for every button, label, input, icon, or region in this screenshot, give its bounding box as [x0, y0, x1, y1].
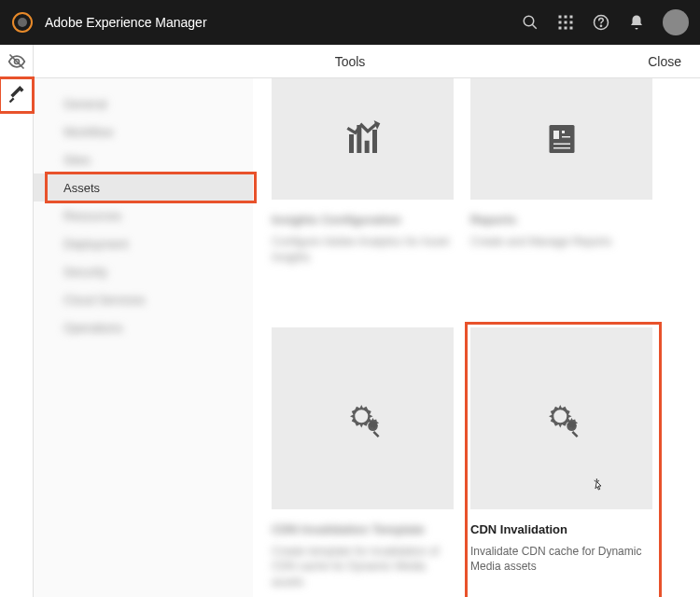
card-desc: Create template for invalidation of CDN …	[272, 544, 454, 590]
header-bar: Adobe Experience Manager	[0, 0, 700, 45]
card-insights-configuration[interactable]: Insights Configuration Configure Adobe A…	[272, 78, 454, 266]
nav-item-assets[interactable]: Assets	[34, 174, 253, 201]
cursor-icon	[592, 477, 607, 492]
content-area: Insights Configuration Configure Adobe A…	[253, 78, 700, 597]
avatar[interactable]	[663, 9, 689, 35]
header-actions	[521, 9, 689, 35]
nav-item-security[interactable]: Security	[34, 257, 253, 285]
svg-rect-3	[565, 16, 567, 19]
apps-icon[interactable]	[556, 13, 575, 32]
nav-item-general[interactable]: General	[34, 90, 253, 118]
svg-rect-2	[559, 16, 562, 19]
svg-rect-10	[570, 27, 573, 30]
svg-rect-6	[565, 21, 567, 24]
card-tile	[272, 327, 454, 509]
card-reports[interactable]: Reports Create and Manage Reports	[470, 78, 652, 266]
brand-title: Adobe Experience Manager	[45, 15, 521, 30]
svg-line-1	[532, 24, 537, 29]
card-grid: Insights Configuration Configure Adobe A…	[272, 78, 681, 590]
nav-item-operations[interactable]: Operations	[34, 313, 253, 341]
nav-item-resources[interactable]: Resources	[34, 201, 253, 229]
nav-item-workflow[interactable]: Workflow	[34, 118, 253, 146]
nav-item-cloud-services[interactable]: Cloud Services	[34, 285, 253, 313]
svg-rect-20	[553, 147, 570, 149]
bell-icon[interactable]	[627, 13, 646, 32]
card-title: CDN Invalidation Template	[272, 522, 454, 536]
help-icon[interactable]	[592, 13, 610, 32]
chart-trend-icon	[344, 120, 382, 158]
svg-rect-18	[562, 136, 570, 138]
card-tile	[470, 78, 652, 200]
card-cdn-invalidation[interactable]: CDN Invalidation Invalidate CDN cache fo…	[470, 327, 652, 590]
svg-rect-16	[553, 131, 559, 139]
main: General Workflow Sites Assets Resources …	[0, 78, 700, 597]
tools-nav: General Workflow Sites Assets Resources …	[34, 78, 253, 597]
left-rail	[0, 78, 34, 597]
svg-rect-7	[570, 21, 573, 24]
hammer-icon[interactable]	[0, 78, 33, 112]
nav-item-label: Assets	[63, 181, 100, 195]
svg-rect-4	[570, 16, 573, 19]
card-cdn-invalidation-template[interactable]: CDN Invalidation Template Create templat…	[272, 327, 454, 590]
adobe-logo	[11, 11, 34, 34]
card-title: Reports	[470, 213, 652, 227]
close-button[interactable]: Close	[648, 54, 681, 69]
page-title: Tools	[335, 54, 366, 69]
svg-point-12	[600, 25, 601, 26]
nav-item-sites[interactable]: Sites	[34, 146, 253, 174]
svg-rect-17	[562, 131, 565, 133]
gears-icon	[542, 398, 581, 437]
tools-bar: Tools Close	[0, 45, 700, 78]
card-tile	[470, 327, 652, 509]
card-desc: Invalidate CDN cache for Dynamic Media a…	[470, 544, 652, 576]
svg-rect-9	[565, 27, 567, 30]
svg-rect-8	[559, 27, 562, 30]
card-title: Insights Configuration	[272, 213, 454, 227]
rail-toggle-icon[interactable]	[0, 45, 34, 78]
card-tile	[272, 78, 454, 200]
svg-rect-5	[559, 21, 562, 24]
card-title: CDN Invalidation	[470, 522, 652, 536]
report-icon	[545, 122, 579, 156]
svg-point-0	[524, 16, 534, 26]
nav-item-deployment[interactable]: Deployment	[34, 229, 253, 257]
gears-icon	[343, 398, 383, 437]
search-icon[interactable]	[521, 13, 539, 32]
card-desc: Create and Manage Reports	[470, 234, 652, 250]
svg-rect-19	[553, 144, 570, 146]
card-desc: Configure Adobe Analytics for Asset Insi…	[272, 234, 454, 266]
